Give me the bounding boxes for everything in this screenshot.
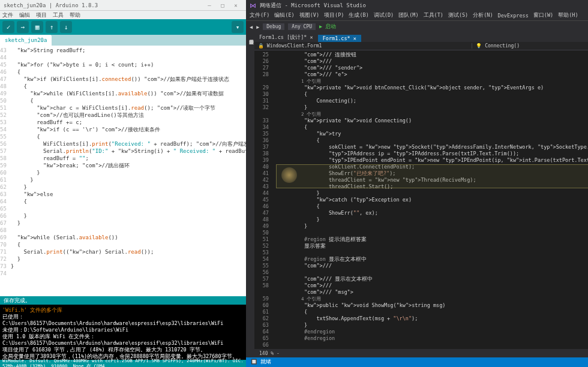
menu-item[interactable]: 生成(B) bbox=[349, 12, 368, 19]
menu-item[interactable]: 调试(D) bbox=[374, 12, 394, 19]
vs-statusbar: 🔲 就绪 行 42 列 14 字符 14 Ins bbox=[246, 357, 588, 367]
menu-tools[interactable]: 工具 bbox=[53, 11, 64, 19]
menu-sketch[interactable]: 项目 bbox=[36, 11, 47, 19]
menu-item[interactable]: 工具(T) bbox=[424, 12, 443, 19]
menu-file[interactable]: 文件 bbox=[2, 11, 13, 19]
arduino-title-text: sketch_jun20a | Arduino 1.8.3 bbox=[4, 2, 98, 8]
menu-item[interactable]: 编辑(E) bbox=[274, 12, 294, 19]
vs-navbar: 🔒 WindowsClient.Form1 💡 Connecting() bbox=[254, 42, 588, 50]
arduino-console[interactable]: 'WiFi.h' 文件的多个库 已使用： C:\Users\86157\Docu… bbox=[0, 305, 246, 360]
menu-help[interactable]: 帮助 bbox=[70, 11, 80, 19]
open-button[interactable]: ↑ bbox=[46, 21, 58, 33]
visualstudio-window: ⋈ 网络通信 - Microsoft Visual Studio 快速启动 (C… bbox=[246, 0, 588, 367]
arduino-status: 保存完成。 bbox=[0, 296, 246, 305]
upload-button[interactable]: → bbox=[17, 21, 29, 33]
arduino-code[interactable]: "kw">String readBuff; "kw">for ("kw">byt… bbox=[8, 46, 246, 296]
platform-dropdown[interactable]: Any CPU bbox=[288, 23, 316, 30]
nav-back-icon[interactable]: ◀ bbox=[250, 24, 253, 30]
nav-fwd-icon[interactable]: ▶ bbox=[256, 24, 259, 30]
verify-button[interactable]: ✓ bbox=[2, 21, 14, 33]
arduino-boardinfo: WiModule. Dsfsult. QosMHz-400MHz with cc… bbox=[0, 360, 246, 367]
status-state: 🔲 就绪 bbox=[251, 359, 271, 366]
vs-editor[interactable]: 25262728 29303132 3334353637383940414243… bbox=[254, 50, 588, 349]
arduino-menubar: 文件 编辑 项目 工具 帮助 bbox=[0, 11, 246, 19]
serial-monitor-button[interactable]: ▾ bbox=[232, 21, 244, 33]
maximize-button[interactable]: □ bbox=[216, 2, 229, 8]
menu-item[interactable]: DevExpress bbox=[498, 13, 529, 19]
config-dropdown[interactable]: Debug bbox=[263, 23, 284, 30]
menu-item[interactable]: 帮助(H) bbox=[558, 12, 578, 19]
vs-code[interactable]: "com">/// 连接按钮 "com">/// "com">/// "send… bbox=[277, 50, 588, 349]
editor-tab[interactable]: Form1.cs* ✕ bbox=[318, 35, 361, 42]
save-button[interactable]: ↓ bbox=[60, 21, 72, 33]
vs-fold-gutter[interactable] bbox=[271, 50, 277, 349]
menu-item[interactable]: 团队(M) bbox=[398, 12, 418, 19]
new-button[interactable]: ▦ bbox=[31, 21, 43, 33]
minimize-button[interactable]: — bbox=[203, 2, 216, 8]
vs-menubar: 文件(F)编辑(E)视图(V)项目(P)生成(B)调试(D)团队(M)工具(T)… bbox=[246, 11, 588, 20]
arduino-gutter: 4344454647484950515253545556575859606162… bbox=[0, 46, 8, 296]
arduino-toolbar: ✓ → ▦ ↑ ↓ ▾ bbox=[0, 19, 246, 35]
vs-titlebar[interactable]: ⋈ 网络通信 - Microsoft Visual Studio 快速启动 (C… bbox=[246, 0, 588, 11]
server-explorer-rail[interactable]: 服务器管理器 bbox=[246, 32, 254, 357]
editor-tab[interactable]: Form1.cs [设计]* ✕ bbox=[254, 34, 318, 42]
vs-logo-icon: ⋈ bbox=[250, 2, 256, 10]
zoom-info[interactable]: 140 % - bbox=[254, 349, 588, 357]
menu-item[interactable]: 测试(S) bbox=[448, 12, 468, 19]
menu-item[interactable]: 窗口(W) bbox=[533, 12, 553, 19]
menu-item[interactable]: 分析(N) bbox=[473, 12, 493, 19]
run-button[interactable]: ▶ 启动 bbox=[319, 23, 336, 31]
arduino-window: sketch_jun20a | Arduino 1.8.3 — □ ✕ 文件 编… bbox=[0, 0, 246, 367]
vs-tabs: Form1.cs [设计]* ✕Form1.cs* ✕ bbox=[254, 32, 588, 42]
vs-toolbar: ◀ ▶ Debug Any CPU ▶ 启动 bbox=[246, 20, 588, 32]
vs-gutter: 25262728 29303132 3334353637383940414243… bbox=[254, 50, 271, 349]
nav-type-dropdown[interactable]: 🔒 WindowsClient.Form1 bbox=[254, 43, 472, 49]
vs-title-text: 网络通信 - Microsoft Visual Studio bbox=[260, 2, 366, 10]
menu-edit[interactable]: 编辑 bbox=[19, 11, 30, 19]
arduino-editor[interactable]: 4344454647484950515253545556575859606162… bbox=[0, 46, 246, 296]
arduino-tabbar: sketch_jun20a bbox=[0, 35, 246, 46]
nav-member-dropdown[interactable]: 💡 Connecting() bbox=[472, 43, 588, 49]
arduino-tab[interactable]: sketch_jun20a bbox=[0, 35, 52, 46]
close-button[interactable]: ✕ bbox=[229, 2, 242, 8]
menu-item[interactable]: 项目(P) bbox=[324, 12, 344, 19]
menu-item[interactable]: 视图(V) bbox=[299, 12, 319, 19]
arduino-titlebar[interactable]: sketch_jun20a | Arduino 1.8.3 — □ ✕ bbox=[0, 0, 246, 11]
menu-item[interactable]: 文件(F) bbox=[250, 12, 269, 19]
